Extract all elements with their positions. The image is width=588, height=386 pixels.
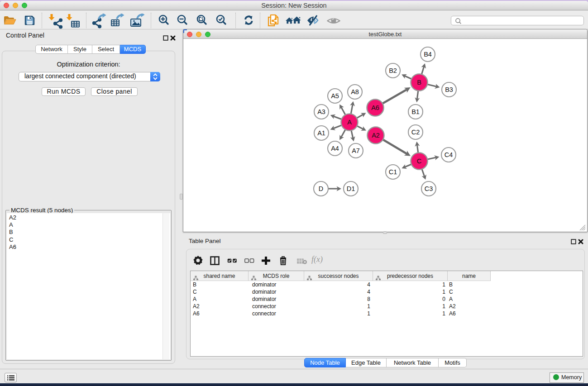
svg-text:A: A [347, 119, 352, 126]
svg-text:A8: A8 [351, 88, 359, 95]
svg-text:C: C [417, 157, 421, 165]
svg-text:D1: D1 [347, 185, 355, 192]
svg-text:B: B [417, 79, 421, 86]
svg-text:D: D [319, 185, 323, 192]
svg-text:A3: A3 [317, 108, 325, 115]
svg-text:A2: A2 [372, 132, 380, 139]
svg-text:C3: C3 [425, 185, 433, 192]
svg-text:C2: C2 [411, 129, 420, 136]
svg-text:C4: C4 [445, 151, 453, 158]
svg-text:A1: A1 [317, 129, 325, 137]
svg-text:B4: B4 [424, 51, 432, 58]
svg-text:A7: A7 [352, 147, 360, 154]
svg-text:A5: A5 [331, 92, 339, 100]
svg-text:B3: B3 [445, 86, 453, 93]
svg-text:B2: B2 [389, 67, 397, 74]
svg-text:B1: B1 [411, 108, 420, 115]
svg-text:C1: C1 [389, 168, 397, 176]
svg-text:A6: A6 [371, 104, 379, 111]
svg-text:A4: A4 [331, 145, 339, 152]
